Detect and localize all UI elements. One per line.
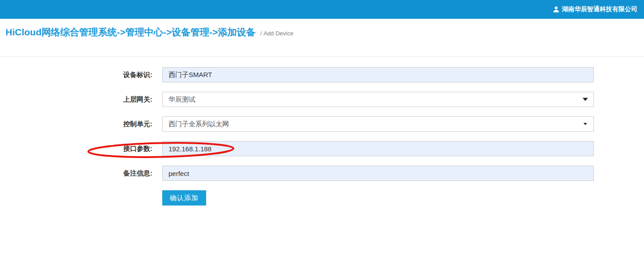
device-id-label: 设备标识: <box>0 71 152 79</box>
remarks-input[interactable] <box>162 166 594 181</box>
page-subtitle: / Add Device <box>260 30 294 37</box>
remarks-label: 备注信息: <box>0 169 152 178</box>
control-unit-label: 控制单元: <box>0 120 152 128</box>
device-id-input[interactable] <box>162 67 594 82</box>
form-row-interface-params: 接口参数: <box>0 141 644 156</box>
control-unit-field-wrap: 西门子全系列以太网 <box>162 116 594 132</box>
interface-params-label: 接口参数: <box>0 145 152 153</box>
control-unit-selected-value: 西门子全系列以太网 <box>169 120 229 128</box>
interface-params-input[interactable] <box>162 141 594 156</box>
header-divider <box>0 56 644 57</box>
device-id-field-wrap <box>162 67 594 82</box>
add-device-form: 设备标识: 上层网关: 华辰测试 控制单元: 西门子全系列以太网 接口参数: 备 <box>0 67 644 206</box>
gateway-select[interactable]: 华辰测试 <box>162 92 594 107</box>
form-row-remarks: 备注信息: <box>0 166 644 181</box>
chevron-down-icon <box>583 98 588 101</box>
form-row-device-id: 设备标识: <box>0 67 644 82</box>
gateway-field-wrap: 华辰测试 <box>162 92 594 107</box>
form-row-gateway: 上层网关: 华辰测试 <box>0 92 644 107</box>
company-name: 湖南华辰智通科技有限公司 <box>562 5 637 13</box>
control-unit-select[interactable]: 西门子全系列以太网 <box>162 116 594 132</box>
breadcrumb: HiCloud网络综合管理系统->管理中心->设备管理->添加设备 / Add … <box>5 26 293 39</box>
remarks-field-wrap <box>162 166 594 181</box>
chevron-down-icon <box>583 123 587 125</box>
user-icon <box>553 6 559 13</box>
form-row-control-unit: 控制单元: 西门子全系列以太网 <box>0 116 644 132</box>
topbar: 湖南华辰智通科技有限公司 <box>0 0 644 19</box>
gateway-selected-value: 华辰测试 <box>169 95 195 104</box>
gateway-label: 上层网关: <box>0 95 152 104</box>
page-title: HiCloud网络综合管理系统->管理中心->设备管理->添加设备 <box>5 27 255 37</box>
submit-row: 确认添加 <box>162 190 644 206</box>
confirm-add-button[interactable]: 确认添加 <box>162 190 206 206</box>
company-menu[interactable]: 湖南华辰智通科技有限公司 <box>553 5 637 13</box>
interface-params-field-wrap <box>162 141 594 156</box>
